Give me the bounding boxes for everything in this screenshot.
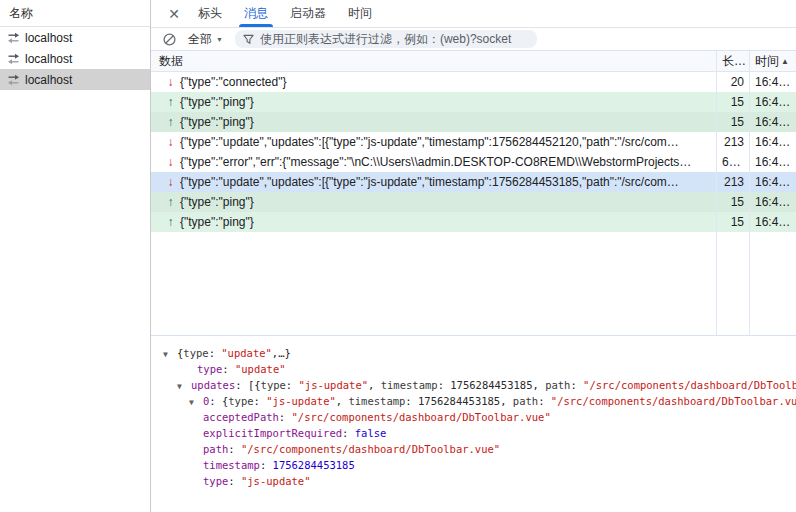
message-length-cell: 213 [716, 172, 749, 192]
request-name-label: localhost [25, 73, 72, 87]
tree-segment-p: , [500, 395, 513, 407]
message-row[interactable]: ↓{"type":"update","updates":[{"type":"js… [151, 132, 796, 152]
tree-segment-p: : [570, 379, 583, 391]
tree-segment-p: : [286, 379, 299, 391]
tab-initiator[interactable]: 启动器 [279, 0, 337, 27]
tree-segment-p: : [342, 427, 355, 439]
message-data-cell: {"type":"update","updates":[{"type":"js-… [177, 135, 716, 149]
tree-row[interactable]: ▼updates: [{type: "js-update", timestamp… [151, 377, 796, 393]
message-row[interactable]: ↓{"type":"connected"}2016:4… [151, 72, 796, 92]
tree-segment-pk: type [261, 379, 286, 391]
close-icon[interactable]: ✕ [161, 6, 187, 22]
message-time-cell: 16:4… [749, 92, 796, 112]
tree-segment-pk: path [545, 379, 570, 391]
filter-funnel-icon [243, 34, 254, 45]
block-icon [163, 33, 176, 46]
devtools-network-panel: 名称 localhostlocalhostlocalhost ✕ 标头消息启动器… [0, 0, 796, 512]
message-row[interactable]: ↑{"type":"ping"}1516:4… [151, 112, 796, 132]
message-filterbar: 全部 ▼ [151, 28, 796, 51]
message-data-cell: {"type":"ping"} [177, 215, 716, 229]
filter-dropdown-label: 全部 [188, 31, 212, 48]
expander-triangle-icon[interactable]: ▼ [163, 347, 177, 361]
tree-segment-p: : { [209, 395, 228, 407]
message-row[interactable]: ↓{"type":"update","updates":[{"type":"js… [151, 172, 796, 192]
tree-segment-p: ,…} [272, 347, 291, 359]
tree-segment-s: "js-update" [266, 395, 336, 407]
sidebar-item-localhost[interactable]: localhost [0, 69, 150, 90]
arrow-up-icon: ↑ [164, 115, 177, 129]
column-header-time[interactable]: 时间 ▲ [749, 51, 796, 71]
message-time-cell: 16:4… [749, 152, 796, 172]
detail-tabbar: ✕ 标头消息启动器时间 [151, 0, 796, 28]
websocket-icon [7, 53, 20, 65]
tree-segment-p: : [209, 347, 222, 359]
message-length-cell: 6… [716, 152, 749, 172]
expander-triangle-icon[interactable]: ▼ [189, 395, 203, 409]
tree-segment-n: 1756284453185 [273, 459, 355, 471]
sidebar-item-localhost[interactable]: localhost [0, 27, 150, 48]
tree-segment-k: type [203, 475, 228, 487]
tree-segment-s: "/src/components/dashboard/DbToolbar.vue… [551, 395, 796, 407]
arrow-up-icon: ↑ [164, 215, 177, 229]
tree-segment-k: updates [191, 379, 235, 391]
tree-row[interactable]: timestamp: 1756284453185 [151, 457, 796, 473]
message-time-cell: 16:4… [749, 112, 796, 132]
messages-table-header: 数据 长… 时间 ▲ [151, 51, 796, 72]
message-data-cell: {"type":"connected"} [177, 75, 716, 89]
arrow-down-icon: ↓ [164, 135, 177, 149]
tree-row[interactable]: explicitImportRequired: false [151, 425, 796, 441]
tree-segment-p: : [222, 363, 235, 375]
tree-segment-k: type [197, 363, 222, 375]
message-data-cell: {"type":"ping"} [177, 115, 716, 129]
tree-segment-p: : [254, 395, 267, 407]
request-name-label: localhost [25, 31, 72, 45]
message-time-cell: 16:4… [749, 212, 796, 232]
messages-table-body: ↓{"type":"connected"}2016:4…↑{"type":"pi… [151, 72, 796, 232]
tree-segment-n: false [355, 427, 387, 439]
message-row[interactable]: ↓{"type":"error","err":{"message":"\nC:\… [151, 152, 796, 172]
tree-row[interactable]: type: "js-update" [151, 473, 796, 489]
column-header-data[interactable]: 数据 [151, 53, 716, 70]
tree-segment-pk: timestamp [348, 395, 405, 407]
message-row[interactable]: ↑{"type":"ping"}1516:4… [151, 192, 796, 212]
message-length-cell: 213 [716, 132, 749, 152]
tree-segment-k: explicitImportRequired [203, 427, 342, 439]
message-time-cell: 16:4… [749, 172, 796, 192]
message-type-filter-dropdown[interactable]: 全部 ▼ [185, 31, 226, 48]
column-header-length[interactable]: 长… [716, 51, 749, 71]
message-time-cell: 16:4… [749, 132, 796, 152]
clear-messages-button[interactable] [162, 32, 176, 46]
tree-segment-s: "/src/components/dashboard/DbToolbar.vue… [292, 411, 551, 423]
tree-segment-p: , [368, 379, 381, 391]
tab-timing[interactable]: 时间 [337, 0, 383, 27]
message-time-cell: 16:4… [749, 192, 796, 212]
message-payload-tree[interactable]: ▼{type: "update",…}type: "update"▼update… [151, 336, 796, 512]
tree-segment-k: acceptedPath [203, 411, 279, 423]
tree-segment-p: : [228, 443, 241, 455]
message-row[interactable]: ↑{"type":"ping"}1516:4… [151, 212, 796, 232]
regex-filter-field [235, 30, 537, 48]
tree-segment-pk: type [183, 347, 208, 359]
tree-row[interactable]: acceptedPath: "/src/components/dashboard… [151, 409, 796, 425]
sidebar-item-localhost[interactable]: localhost [0, 48, 150, 69]
tree-row[interactable]: type: "update" [151, 361, 796, 377]
name-column-header[interactable]: 名称 [0, 0, 150, 27]
message-length-cell: 15 [716, 192, 749, 212]
tab-strip: 标头消息启动器时间 [187, 0, 383, 27]
expander-triangle-icon[interactable]: ▼ [177, 379, 191, 393]
tree-segment-p: : [260, 459, 273, 471]
messages-table-empty-area[interactable] [151, 232, 796, 336]
tree-segment-p: : [438, 379, 451, 391]
message-row[interactable]: ↑{"type":"ping"}1516:4… [151, 92, 796, 112]
request-name-label: localhost [25, 52, 72, 66]
tab-messages[interactable]: 消息 [233, 0, 279, 27]
tree-row[interactable]: ▼{type: "update",…} [151, 345, 796, 361]
request-detail-panel: ✕ 标头消息启动器时间 全部 ▼ 数据 [151, 0, 796, 512]
message-data-cell: {"type":"error","err":{"message":"\nC:\\… [177, 155, 716, 169]
request-sidebar: 名称 localhostlocalhostlocalhost [0, 0, 151, 512]
tree-row[interactable]: ▼0: {type: "js-update", timestamp: 17562… [151, 393, 796, 409]
tab-headers[interactable]: 标头 [187, 0, 233, 27]
tree-row[interactable]: path: "/src/components/dashboard/DbToolb… [151, 441, 796, 457]
tree-segment-s: "/src/components/dashboard/DbToolbar.vue… [583, 379, 796, 391]
filter-input[interactable] [260, 32, 529, 46]
